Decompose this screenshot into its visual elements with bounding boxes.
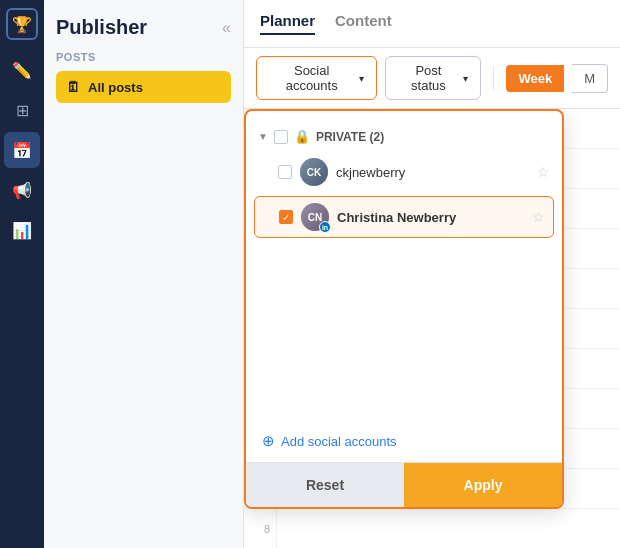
chevron-down-icon-2: ▾ bbox=[463, 73, 468, 84]
account-checkbox-ckjnewberry[interactable] bbox=[278, 165, 292, 179]
nav-rail: 🏆 ✏️ ⊞ 📅 📢 📊 bbox=[0, 0, 44, 548]
popup-footer: Reset Apply bbox=[246, 462, 562, 507]
lock-icon: 🔒 bbox=[294, 129, 310, 144]
all-posts-label: All posts bbox=[88, 80, 143, 95]
account-name-ckjnewberry: ckjnewberry bbox=[336, 165, 529, 180]
dropdown-body: ▼ 🔒 PRIVATE (2) CK ckjnewberry bbox=[246, 111, 562, 462]
social-accounts-dropdown: ▼ 🔒 PRIVATE (2) CK ckjnewberry bbox=[244, 109, 564, 509]
nav-megaphone[interactable]: 📢 bbox=[4, 172, 40, 208]
sidebar: Publisher « POSTS 🗓 All posts bbox=[44, 0, 244, 548]
tab-content[interactable]: Content bbox=[335, 12, 392, 35]
plus-icon: ⊕ bbox=[262, 432, 275, 450]
toolbar-divider bbox=[493, 66, 494, 90]
linkedin-badge: in bbox=[319, 221, 331, 233]
social-accounts-label: Social accounts bbox=[269, 63, 354, 93]
grid-row: 8 bbox=[244, 509, 620, 548]
group-toggle[interactable]: ▼ bbox=[258, 131, 268, 142]
add-social-accounts[interactable]: ⊕ Add social accounts bbox=[246, 420, 562, 462]
reset-button[interactable]: Reset bbox=[246, 463, 404, 507]
empty-space bbox=[246, 240, 562, 420]
star-icon-ckjnewberry[interactable]: ☆ bbox=[537, 164, 550, 180]
post-status-label: Post status bbox=[398, 63, 458, 93]
add-social-label: Add social accounts bbox=[281, 434, 397, 449]
nav-grid[interactable]: ⊞ bbox=[4, 92, 40, 128]
all-posts-icon: 🗓 bbox=[66, 79, 80, 95]
account-row-ckjnewberry[interactable]: CK ckjnewberry ☆ bbox=[246, 150, 562, 194]
nav-chart[interactable]: 📊 bbox=[4, 212, 40, 248]
account-row-christina[interactable]: ✓ CN in Christina Newberry ☆ bbox=[254, 196, 554, 238]
apply-button[interactable]: Apply bbox=[404, 463, 562, 507]
star-icon-christina[interactable]: ☆ bbox=[532, 209, 545, 225]
avatar-christina: CN in bbox=[301, 203, 329, 231]
nav-calendar[interactable]: 📅 bbox=[4, 132, 40, 168]
main-content: Planner Content Social accounts ▾ Post s… bbox=[244, 0, 620, 548]
group-label: PRIVATE (2) bbox=[316, 130, 384, 144]
chevron-down-icon: ▾ bbox=[359, 73, 364, 84]
account-checkbox-christina[interactable]: ✓ bbox=[279, 210, 293, 224]
toolbar: Social accounts ▾ Post status ▾ Week M bbox=[244, 48, 620, 109]
collapse-button[interactable]: « bbox=[222, 19, 231, 37]
group-header: ▼ 🔒 PRIVATE (2) bbox=[246, 123, 562, 150]
app-logo: 🏆 bbox=[6, 8, 38, 40]
sidebar-section-label: POSTS bbox=[56, 51, 231, 63]
account-name-christina: Christina Newberry bbox=[337, 210, 524, 225]
header: Planner Content bbox=[244, 0, 620, 48]
tab-planner[interactable]: Planner bbox=[260, 12, 315, 35]
avatar-ckjnewberry: CK bbox=[300, 158, 328, 186]
week-button[interactable]: Week bbox=[506, 65, 564, 92]
post-status-button[interactable]: Post status ▾ bbox=[385, 56, 481, 100]
content-area: -0 -0 12 1 2 bbox=[244, 109, 620, 548]
month-button[interactable]: M bbox=[572, 64, 608, 93]
group-checkbox[interactable] bbox=[274, 130, 288, 144]
social-accounts-button[interactable]: Social accounts ▾ bbox=[256, 56, 377, 100]
sidebar-item-all-posts[interactable]: 🗓 All posts bbox=[56, 71, 231, 103]
header-tabs: Planner Content bbox=[260, 12, 392, 35]
nav-edit[interactable]: ✏️ bbox=[4, 52, 40, 88]
publisher-title: Publisher bbox=[56, 16, 147, 39]
